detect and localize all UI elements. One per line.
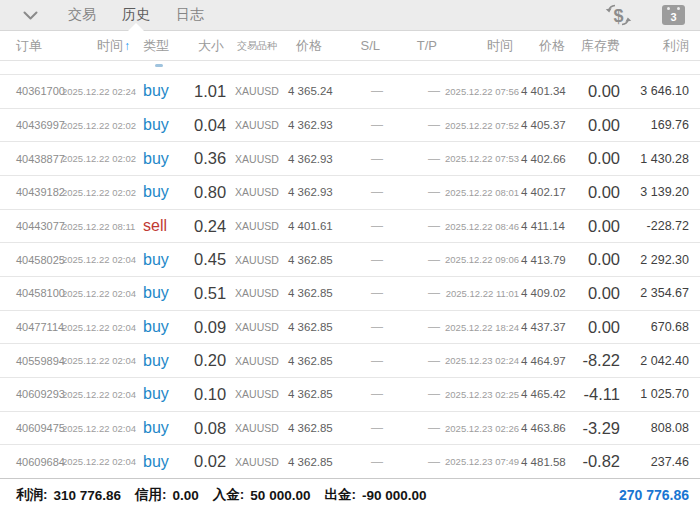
symbol-cell: XAUUSD <box>226 220 288 232</box>
tab-trade[interactable]: 交易 <box>68 6 96 24</box>
header-type[interactable]: 类型 <box>132 37 194 55</box>
table-row[interactable]: 40361700 2025.12.22 02:24 buy 1.01 XAUUS… <box>0 75 700 109</box>
close-price-cell: 4 405.37 <box>521 119 567 131</box>
open-price-cell: 4 362.93 <box>288 186 324 198</box>
symbol-cell: XAUUSD <box>226 119 288 131</box>
open-time-cell: 2025.12.22 02:04 <box>62 355 132 366</box>
take-profit-cell: — <box>387 253 443 267</box>
trading-history-screen: 交易 历史 日志 $ 3 <box>0 0 700 511</box>
open-time-cell: 2025.12.22 02:02 <box>62 187 132 198</box>
swap-cell: -0.82 <box>567 452 622 471</box>
tab-history[interactable]: 历史 <box>122 6 150 24</box>
swap-cell: -4.11 <box>567 385 622 404</box>
tab-journal[interactable]: 日志 <box>176 6 204 24</box>
open-price-cell: 4 362.85 <box>288 388 324 400</box>
table-row[interactable]: 40443077 2025.12.22 08:11 sell 0.24 XAUU… <box>0 210 700 244</box>
open-time-cell: 2025.12.22 02:04 <box>62 423 132 434</box>
table-row[interactable]: 40436997 2025.12.22 02:02 buy 0.04 XAUUS… <box>0 109 700 143</box>
top-bar-actions: $ 3 <box>605 2 700 28</box>
order-id-cell: 40477114 <box>0 321 62 333</box>
stop-loss-cell: — <box>324 219 387 233</box>
tab-bar: 交易 历史 日志 <box>68 6 204 24</box>
trade-type-cell: buy <box>132 284 194 302</box>
summary-withdrawal-value: -90 000.00 <box>362 488 427 503</box>
table-row[interactable]: 40458025 2025.12.22 02:04 buy 0.45 XAUUS… <box>0 243 700 277</box>
swap-cell: 0.00 <box>567 149 622 168</box>
swap-cell: 0.00 <box>567 183 622 202</box>
close-time-cell: 2025.12.22 08:01 <box>443 187 521 198</box>
header-symbol[interactable]: 交易品种 <box>226 39 288 53</box>
order-id-cell: 40438877 <box>0 153 62 165</box>
open-time-cell: 2025.12.22 02:04 <box>62 456 132 467</box>
calendar-badge: 3 <box>670 10 676 25</box>
take-profit-cell: — <box>387 286 443 300</box>
order-id-cell: 40458100 <box>0 287 62 299</box>
header-take-profit[interactable]: T/P <box>387 38 443 53</box>
open-price-cell: 4 362.93 <box>288 153 324 165</box>
open-time-cell: 2025.12.22 02:24 <box>62 86 132 97</box>
profit-cell: 3 646.10 <box>622 84 700 98</box>
trade-size-cell: 0.20 <box>194 351 226 370</box>
profit-cell: 237.46 <box>622 455 700 469</box>
header-order[interactable]: 订单 <box>0 37 62 55</box>
table-row[interactable]: 40609684 2025.12.22 02:04 buy 0.02 XAUUS… <box>0 445 700 478</box>
trade-size-cell: 1.01 <box>194 82 226 101</box>
account-menu-button[interactable] <box>23 11 38 20</box>
table-row[interactable]: 40458100 2025.12.22 02:04 buy 0.51 XAUUS… <box>0 277 700 311</box>
header-swap[interactable]: 库存费 <box>567 37 622 55</box>
take-profit-cell: — <box>387 455 443 469</box>
swap-cell: 0.00 <box>567 116 622 135</box>
header-stop-loss[interactable]: S/L <box>324 38 387 53</box>
funds-transfer-button[interactable]: $ <box>605 2 632 28</box>
profit-cell: 808.08 <box>622 421 700 435</box>
trade-type-cell: buy <box>132 150 194 168</box>
open-price-cell: 4 362.85 <box>288 287 324 299</box>
trade-size-cell: 0.09 <box>194 318 226 337</box>
header-close-price[interactable]: 价格 <box>521 37 567 55</box>
table-row[interactable]: 40609475 2025.12.22 02:04 buy 0.08 XAUUS… <box>0 412 700 446</box>
table-row[interactable]: 40609293 2025.12.22 02:04 buy 0.10 XAUUS… <box>0 378 700 412</box>
take-profit-cell: — <box>387 320 443 334</box>
table-header: 订单 时间 ↑ 类型 大小 交易品种 价格 S/L T/P 时间 价格 库存费 … <box>0 31 700 61</box>
table-row[interactable]: 40438877 2025.12.22 02:02 buy 0.36 XAUUS… <box>0 142 700 176</box>
table-row[interactable]: 40477114 2025.12.22 02:04 buy 0.09 XAUUS… <box>0 311 700 345</box>
close-time-cell: 2025.12.23 02:26 <box>443 423 521 434</box>
header-gap-strip <box>0 61 700 75</box>
header-profit[interactable]: 利润 <box>622 37 700 55</box>
trade-type-cell: sell <box>132 217 194 235</box>
open-price-cell: 4 362.85 <box>288 355 324 367</box>
take-profit-cell: — <box>387 387 443 401</box>
symbol-cell: XAUUSD <box>226 388 288 400</box>
top-bar: 交易 历史 日志 $ 3 <box>0 0 700 31</box>
close-price-cell: 4 465.42 <box>521 388 567 400</box>
table-row[interactable]: 40439182 2025.12.22 02:02 buy 0.80 XAUUS… <box>0 176 700 210</box>
history-period-button[interactable]: 3 <box>662 5 685 25</box>
stop-loss-cell: — <box>324 253 387 267</box>
open-price-cell: 4 362.93 <box>288 119 324 131</box>
trade-type-cell: buy <box>132 385 194 403</box>
close-price-cell: 4 464.97 <box>521 355 567 367</box>
sort-ascending-icon: ↑ <box>124 40 130 52</box>
trade-size-cell: 0.45 <box>194 250 226 269</box>
trade-type-cell: buy <box>132 352 194 370</box>
stop-loss-cell: — <box>324 320 387 334</box>
open-time-cell: 2025.12.22 08:11 <box>62 221 132 232</box>
calendar-ring-left <box>667 7 670 10</box>
order-id-cell: 40609293 <box>0 388 62 400</box>
open-time-cell: 2025.12.22 02:04 <box>62 322 132 333</box>
trade-type-cell: buy <box>132 251 194 269</box>
close-time-cell: 2025.12.22 07:53 <box>443 153 521 164</box>
close-time-cell: 2025.12.23 07:49 <box>443 456 521 467</box>
close-time-cell: 2025.12.22 18:24 <box>443 322 521 333</box>
header-open-price[interactable]: 价格 <box>288 37 324 55</box>
trade-size-cell: 0.24 <box>194 217 226 236</box>
header-size[interactable]: 大小 <box>194 37 226 55</box>
stop-loss-cell: — <box>324 387 387 401</box>
header-close-time[interactable]: 时间 <box>443 37 521 55</box>
symbol-cell: XAUUSD <box>226 85 288 97</box>
take-profit-cell: — <box>387 185 443 199</box>
calendar-ring-right <box>677 7 680 10</box>
order-id-cell: 40361700 <box>0 85 62 97</box>
header-open-time[interactable]: 时间 ↑ <box>62 37 132 55</box>
table-row[interactable]: 40559894 2025.12.22 02:04 buy 0.20 XAUUS… <box>0 344 700 378</box>
